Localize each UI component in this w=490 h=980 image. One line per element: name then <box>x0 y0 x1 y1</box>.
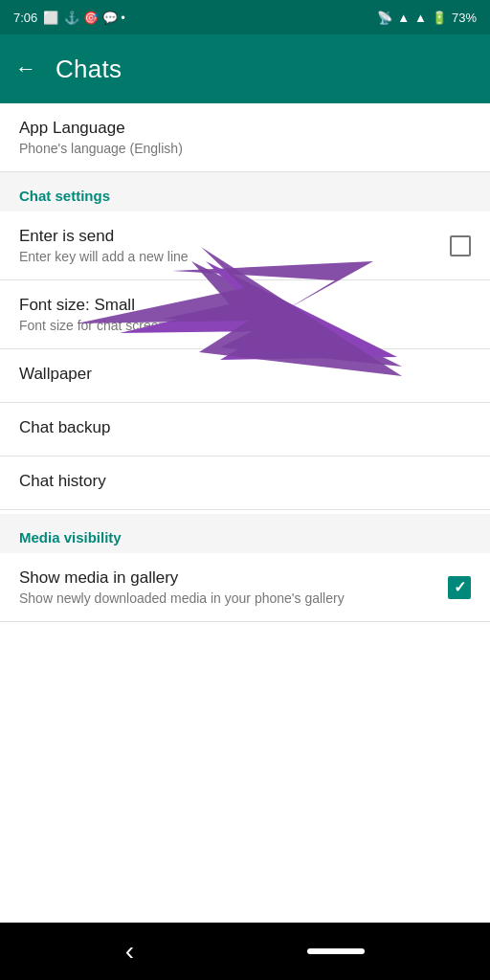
battery-icon: 🔋 <box>432 11 447 25</box>
wifi-icon: ▲ <box>397 11 410 25</box>
content-area: App Language Phone's language (English) … <box>0 103 490 923</box>
checkbox-checked-icon[interactable] <box>448 576 471 599</box>
nav-home-pill[interactable] <box>307 948 365 954</box>
font-size-subtitle: Font size for chat screen <box>19 318 471 333</box>
app-language-item[interactable]: App Language Phone's language (English) <box>0 103 490 172</box>
enter-is-send-item[interactable]: Enter is send Enter key will add a new l… <box>0 212 490 280</box>
chat-history-item[interactable]: Chat history <box>0 457 490 510</box>
chat-history-title: Chat history <box>19 472 471 491</box>
show-media-item[interactable]: Show media in gallery Show newly downloa… <box>0 553 490 622</box>
chat-backup-title: Chat backup <box>19 418 471 437</box>
battery-level: 73% <box>452 11 477 25</box>
wallpaper-item[interactable]: Wallpaper <box>0 349 490 403</box>
show-media-subtitle: Show newly downloaded media in your phon… <box>19 590 392 606</box>
enter-is-send-control[interactable] <box>450 235 471 256</box>
status-bar: 7:06 ⬜ ⚓ 🎯 💬 • 📡 ▲ ▲ 🔋 73% <box>0 0 490 34</box>
nav-bar: ‹ <box>0 923 490 980</box>
nav-back-button[interactable]: ‹ <box>125 936 134 967</box>
show-media-control[interactable] <box>448 576 471 599</box>
wallpaper-title: Wallpaper <box>19 365 471 384</box>
app-language-title: App Language <box>19 119 471 138</box>
enter-is-send-title: Enter is send <box>19 227 471 246</box>
app-icons: ⚓ 🎯 💬 • <box>64 11 124 25</box>
checkbox-unchecked-icon[interactable] <box>450 235 471 256</box>
page-title: Chats <box>56 55 122 84</box>
signal-icon: ▲ <box>414 11 427 25</box>
status-right: 📡 ▲ ▲ 🔋 73% <box>377 11 477 25</box>
font-size-title: Font size: Small <box>19 296 471 315</box>
cast-status-icon: 📡 <box>377 11 392 25</box>
app-language-subtitle: Phone's language (English) <box>19 141 471 156</box>
status-left: 7:06 ⬜ ⚓ 🎯 💬 • <box>13 11 125 25</box>
time: 7:06 <box>13 11 37 25</box>
media-visibility-header: Media visibility <box>0 514 490 553</box>
chat-backup-item[interactable]: Chat backup <box>0 403 490 457</box>
back-button[interactable]: ← <box>15 56 36 81</box>
app-bar: ← Chats <box>0 34 490 103</box>
enter-is-send-subtitle: Enter key will add a new line <box>19 249 471 264</box>
cast-icon: ⬜ <box>43 11 58 25</box>
show-media-title: Show media in gallery <box>19 568 471 588</box>
chat-settings-header: Chat settings <box>0 172 490 212</box>
font-size-item[interactable]: Font size: Small Font size for chat scre… <box>0 280 490 349</box>
